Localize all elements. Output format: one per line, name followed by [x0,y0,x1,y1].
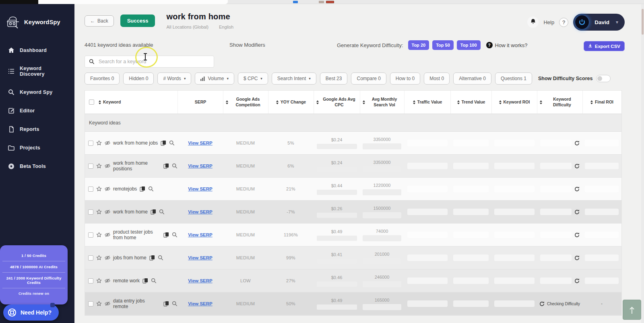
column-header-google-ads-competition[interactable]: Google Ads Competition [223,91,268,114]
hide-eye-slash-icon[interactable] [105,255,110,261]
copy-icon[interactable] [161,140,166,146]
user-menu[interactable]: David ▾ [573,14,625,31]
search-keyword-icon[interactable] [169,140,175,146]
sidebar-item-projects[interactable]: Projects [0,139,74,157]
refresh-difficulty-icon[interactable] [574,209,580,215]
search-keyword-icon[interactable] [158,255,163,261]
column-header-keyword[interactable]: Keyword [85,91,178,114]
copy-icon[interactable] [163,301,169,306]
row-checkbox[interactable] [88,209,93,215]
hide-eye-slash-icon[interactable] [105,278,110,284]
row-checkbox[interactable] [88,301,93,306]
search-keyword-icon[interactable] [172,232,178,238]
column-header-yoy-change[interactable]: YOY Change [268,91,314,114]
favorite-star-icon[interactable] [96,232,102,238]
scrollbar-thumb[interactable] [642,9,644,35]
row-checkbox[interactable] [88,255,93,261]
hide-eye-slash-icon[interactable] [105,232,110,238]
column-header-google-ads-avg-cpc[interactable]: Google Ads Avg CPC [314,91,360,114]
filter-chip-questions-1[interactable]: Questions 1 [495,72,532,85]
search-keyword-icon[interactable] [151,278,157,284]
copy-icon[interactable] [163,163,169,169]
copy-icon[interactable] [151,209,156,215]
refresh-difficulty-icon[interactable] [574,255,580,261]
help-question-button[interactable]: ? [559,18,568,27]
filter-chip-alternative-0[interactable]: Alternative 0 [453,72,491,85]
filter-chip-volume[interactable]: Volume▾ [195,72,234,85]
search-keyword-icon[interactable] [172,163,178,169]
filter-chip-favorites-0[interactable]: Favorites 0 [85,72,120,85]
select-all-checkbox[interactable] [89,99,94,105]
column-header-keyword-roi[interactable]: Keyword ROI [491,91,537,114]
filter-chip-search-intent[interactable]: Search Intent▾ [272,72,316,85]
row-checkbox[interactable] [88,164,93,169]
view-serp-link[interactable]: View SERP [188,255,213,260]
generate-top-100-button[interactable]: Top 100 [457,40,481,50]
sidebar-item-reports[interactable]: Reports [0,120,74,139]
column-header-final-roi[interactable]: Final ROI [582,91,621,114]
view-serp-link[interactable]: View SERP [188,186,213,191]
search-keyword-icon[interactable] [148,186,154,192]
column-header-keyword-difficulty[interactable]: Keyword Difficulty [537,91,582,114]
view-serp-link[interactable]: View SERP [188,301,213,306]
hide-eye-slash-icon[interactable] [105,301,110,306]
favorite-star-icon[interactable] [96,163,102,169]
column-header-trend-value[interactable]: Trend Value [450,91,491,114]
column-header-avg-monthly-search-vol[interactable]: Avg Monthly Search Vol [360,91,404,114]
hide-eye-slash-icon[interactable] [105,140,110,146]
show-modifiers-link[interactable]: Show Modifiers [229,42,265,48]
filter-chip--cpc[interactable]: $ CPC▾ [238,72,268,85]
refresh-difficulty-icon[interactable] [574,141,580,146]
hide-eye-slash-icon[interactable] [105,163,110,169]
sidebar-item-editor[interactable]: Editor [0,101,74,120]
view-serp-link[interactable]: View SERP [188,141,213,145]
refresh-difficulty-icon[interactable] [574,186,580,192]
hide-eye-slash-icon[interactable] [105,209,110,215]
scroll-to-top-button[interactable] [623,300,641,320]
refresh-difficulty-icon[interactable] [574,278,580,284]
row-checkbox[interactable] [88,186,93,192]
favorite-star-icon[interactable] [96,140,102,146]
copy-icon[interactable] [149,255,155,261]
hide-eye-slash-icon[interactable] [105,186,110,192]
need-help-button[interactable]: Need Help? [3,304,59,321]
copy-icon[interactable] [142,278,148,284]
favorite-star-icon[interactable] [96,255,102,261]
filter-chip-most-0[interactable]: Most 0 [424,72,450,85]
copy-icon[interactable] [140,186,145,192]
favorite-star-icon[interactable] [96,209,102,215]
generate-top-20-button[interactable]: Top 20 [408,40,429,50]
view-serp-link[interactable]: View SERP [188,232,213,237]
filter-chip-best-23[interactable]: Best 23 [320,72,348,85]
back-button[interactable]: ← Back [85,15,114,27]
filter-chip-how-to-0[interactable]: How to 0 [390,72,420,85]
filter-chip-compare-0[interactable]: Compare 0 [351,72,386,85]
search-keyword-icon[interactable] [159,209,165,215]
how-it-works[interactable]: ? How it works? [486,42,528,48]
view-serp-link[interactable]: View SERP [188,209,213,214]
sidebar-item-beta-tools[interactable]: Beta Tools [0,157,74,176]
filter-chip-hidden-0[interactable]: Hidden 0 [123,72,154,85]
column-header-traffic-value[interactable]: Traffic Value [404,91,450,114]
filter-chip--words[interactable]: # Words▾ [157,72,191,85]
search-input[interactable] [99,59,210,64]
view-serp-link[interactable]: View SERP [188,278,213,283]
favorite-star-icon[interactable] [96,186,102,192]
export-csv-button[interactable]: Export CSV [584,41,625,51]
notifications-button[interactable] [527,17,539,28]
sidebar-item-keyword-discovery[interactable]: Keyword Discovery [0,60,74,83]
favorite-star-icon[interactable] [96,301,102,306]
copy-icon[interactable] [163,232,169,238]
refresh-difficulty-icon[interactable] [574,232,580,238]
page-scrollbar[interactable] [641,4,644,323]
difficulty-scores-toggle[interactable] [596,75,611,82]
generate-top-50-button[interactable]: Top 50 [432,40,454,50]
search-keyword-icon[interactable] [172,301,178,306]
row-checkbox[interactable] [88,278,93,284]
view-serp-link[interactable]: View SERP [188,164,213,168]
favorite-star-icon[interactable] [96,278,102,284]
refresh-difficulty-icon[interactable] [574,164,580,169]
row-checkbox[interactable] [88,232,93,238]
row-checkbox[interactable] [88,141,93,146]
sidebar-item-keyword-spy[interactable]: Keyword Spy [0,83,74,101]
